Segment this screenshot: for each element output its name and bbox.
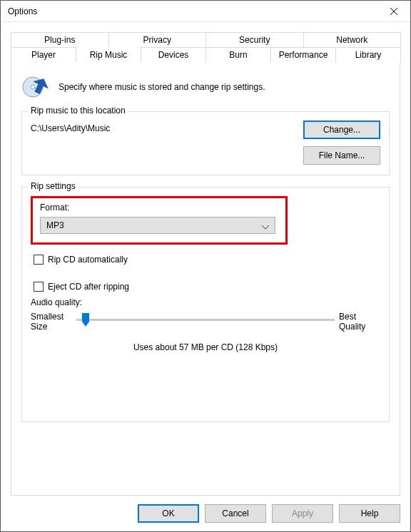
slider-thumb[interactable] [81,313,90,327]
quality-note: Uses about 57 MB per CD (128 Kbps) [31,342,380,352]
rip-music-icon [21,73,50,101]
audio-quality-label: Audio quality: [31,297,380,307]
content-area: Plug-ins Privacy Security Network Player… [1,22,410,496]
rip-auto-checkbox[interactable] [34,255,44,265]
rip-auto-label: Rip CD automatically [48,255,128,265]
window-title: Options [8,6,377,16]
svg-point-3 [31,85,35,89]
format-highlight-box: Format: MP3 [31,196,288,245]
tab-devices[interactable]: Devices [141,48,206,63]
slider-track [76,319,335,321]
rip-auto-row[interactable]: Rip CD automatically [34,255,380,265]
eject-checkbox[interactable] [34,282,44,292]
close-button[interactable] [377,1,410,22]
file-name-button[interactable]: File Name... [303,146,380,165]
quality-slider[interactable] [76,312,335,321]
rip-location-path: C:\Users\Adity\Music [31,121,303,133]
tab-strip: Plug-ins Privacy Security Network Player… [11,32,400,63]
group-rip-location-legend: Rip music to this location [28,106,128,116]
eject-row[interactable]: Eject CD after ripping [34,282,380,292]
format-value: MP3 [46,220,64,230]
tab-network[interactable]: Network [303,32,402,48]
format-label: Format: [40,203,278,213]
panel-description: Specify where music is stored and change… [59,82,265,92]
tab-panel: Specify where music is stored and change… [11,63,400,496]
tab-library[interactable]: Library [335,48,401,63]
tab-security[interactable]: Security [206,32,304,48]
group-rip-settings-legend: Rip settings [28,181,78,191]
apply-button[interactable]: Apply [272,504,333,523]
tab-row-1: Plug-ins Privacy Security Network [11,32,400,48]
dialog-footer: OK Cancel Apply Help [1,496,410,531]
titlebar: Options [1,1,410,22]
tab-privacy[interactable]: Privacy [108,32,207,48]
quality-left-label: Smallest Size [31,312,72,332]
change-location-button[interactable]: Change... [303,121,380,139]
group-rip-settings: Rip settings Format: MP3 Rip CD automati… [21,187,390,422]
eject-label: Eject CD after ripping [48,282,129,292]
tab-burn[interactable]: Burn [206,48,271,63]
group-rip-location: Rip music to this location C:\Users\Adit… [21,111,390,175]
close-icon [390,8,397,15]
cancel-button[interactable]: Cancel [205,504,266,523]
tab-row-2: Player Rip Music Devices Burn Performanc… [11,48,400,63]
help-button[interactable]: Help [339,504,400,523]
quality-right-label: Best Quality [339,312,380,332]
options-dialog: Options Plug-ins Privacy Security Networ… [0,0,411,532]
chevron-down-icon [262,222,269,232]
audio-quality-section: Audio quality: Smallest Size [31,297,380,352]
tab-rip-music[interactable]: Rip Music [76,46,141,63]
panel-header: Specify where music is stored and change… [21,73,390,101]
tab-player[interactable]: Player [11,48,76,63]
tab-performance[interactable]: Performance [270,48,336,63]
format-select[interactable]: MP3 [40,217,275,234]
tab-plugins[interactable]: Plug-ins [11,32,109,48]
ok-button[interactable]: OK [138,504,199,523]
